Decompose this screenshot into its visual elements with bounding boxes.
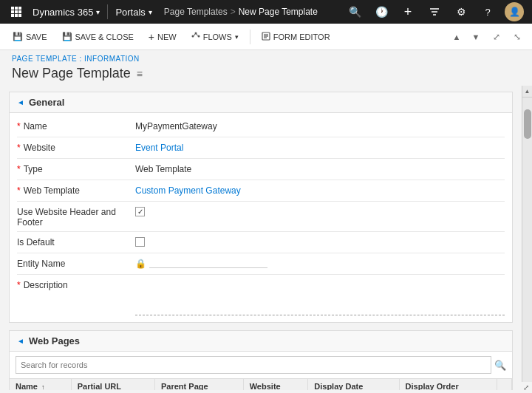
expand-status-icon[interactable]: ⤢ — [523, 383, 529, 392]
waffle-icon[interactable] — [6, 0, 27, 24]
description-field-row: * Description — [10, 275, 512, 319]
form-editor-icon — [262, 32, 270, 42]
lock-icon: 🔒 — [135, 259, 146, 269]
settings-button[interactable]: ⚙ — [449, 0, 473, 24]
general-section-title: General — [29, 97, 64, 108]
collapse-button[interactable]: ⤡ — [508, 28, 526, 46]
general-section: ◄ General * Name MyPaymentGateway * — [9, 92, 513, 323]
label-separator: : — [79, 55, 81, 63]
save-close-icon: 💾 — [62, 32, 72, 41]
avatar[interactable]: 👤 — [502, 0, 526, 24]
description-label: * Description — [17, 278, 135, 290]
flows-button[interactable]: FLOWS ▾ — [185, 27, 245, 47]
breadcrumb-current: New Page Template — [239, 7, 318, 17]
main-content: ◄ General * Name MyPaymentGateway * — [0, 86, 532, 390]
description-required-star: * — [17, 280, 21, 290]
portals-button[interactable]: Portals ▾ — [109, 0, 157, 24]
app-name-button[interactable]: Dynamics 365 ▾ — [27, 0, 106, 24]
svg-rect-6 — [11, 14, 14, 17]
col-display-date[interactable]: Display Date — [308, 379, 399, 390]
search-records-input[interactable] — [16, 356, 491, 374]
breadcrumb-separator: > — [231, 7, 236, 17]
bottom-status-bar: ⤢ — [520, 382, 532, 393]
general-section-header[interactable]: ◄ General — [10, 92, 512, 113]
form-editor-button[interactable]: FORM EDITOR — [255, 27, 337, 47]
search-button[interactable]: 🔍 — [343, 0, 366, 24]
web-pages-section: ◄ Web Pages 🔍 Name ↑ Partial URL — [9, 330, 513, 390]
records-table: Name ↑ Partial URL Parent Page Website — [10, 379, 512, 390]
toolbar: 💾 SAVE 💾 SAVE & CLOSE + NEW FLOWS ▾ FORM… — [0, 24, 532, 50]
nav-arrows: ▲ ▼ — [448, 28, 485, 46]
toolbar-right: ▲ ▼ ⤢ ⤡ — [448, 28, 526, 46]
use-website-header-footer-label: Use Website Header and Footer — [17, 205, 135, 228]
page-title: New Page Template — [12, 66, 131, 81]
nav-divider — [107, 4, 108, 19]
svg-rect-1 — [15, 7, 18, 10]
entity-name-value[interactable]: 🔒 — [135, 257, 505, 269]
general-form-fields: * Name MyPaymentGateway * Website Event … — [10, 113, 512, 322]
website-value[interactable]: Event Portal — [135, 141, 505, 153]
page-title-row: New Page Template ≡ — [12, 63, 520, 86]
filter-button[interactable] — [423, 0, 446, 24]
nav-down-button[interactable]: ▼ — [467, 28, 485, 46]
svg-line-15 — [194, 34, 195, 36]
website-field-row: * Website Event Portal — [10, 137, 512, 158]
col-display-order[interactable]: Display Order — [399, 379, 497, 390]
web-pages-toggle-icon: ◄ — [17, 337, 24, 345]
is-default-field-row: Is Default — [10, 232, 512, 253]
form-area: ◄ General * Name MyPaymentGateway * — [0, 86, 522, 390]
search-records-bar: 🔍 — [10, 352, 512, 379]
col-partial-url[interactable]: Partial URL — [71, 379, 154, 390]
scroll-thumb[interactable] — [524, 109, 531, 139]
svg-rect-7 — [15, 14, 18, 17]
portals-chevron-icon: ▾ — [149, 8, 152, 16]
save-icon: 💾 — [13, 32, 23, 41]
general-toggle-icon: ◄ — [17, 98, 24, 106]
scrollbar[interactable]: ▲ — [522, 86, 532, 390]
entity-name-label: Entity Name — [17, 257, 135, 269]
new-button[interactable]: + NEW — [142, 27, 183, 47]
expand-button[interactable]: ⤢ — [488, 28, 505, 46]
nav-up-button[interactable]: ▲ — [448, 28, 466, 46]
save-close-button[interactable]: 💾 SAVE & CLOSE — [55, 27, 140, 47]
flows-label: FLOWS — [203, 33, 232, 41]
breadcrumb-page-templates[interactable]: Page Templates — [164, 7, 228, 17]
web-pages-header[interactable]: ◄ Web Pages — [10, 331, 512, 352]
app-name-label: Dynamics 365 — [33, 7, 93, 18]
recent-button[interactable]: 🕐 — [369, 0, 393, 24]
col-parent-page[interactable]: Parent Page — [155, 379, 244, 390]
entity-name-dashes — [149, 259, 267, 268]
page-info-header: PAGE TEMPLATE : INFORMATION New Page Tem… — [0, 50, 532, 86]
svg-rect-3 — [11, 10, 14, 13]
is-default-checkbox[interactable] — [135, 237, 145, 247]
use-header-footer-checkbox[interactable] — [135, 207, 145, 216]
use-website-header-footer-row: Use Website Header and Footer — [10, 202, 512, 231]
website-required-star: * — [17, 143, 21, 153]
app-chevron-icon: ▾ — [96, 8, 100, 16]
entity-name-field-row: Entity Name 🔒 — [10, 253, 512, 274]
save-close-label: SAVE & CLOSE — [75, 33, 134, 41]
svg-rect-8 — [18, 14, 21, 17]
col-name[interactable]: Name ↑ — [10, 379, 71, 390]
page-title-menu-icon[interactable]: ≡ — [137, 68, 143, 80]
name-label: * Name — [17, 120, 135, 131]
add-button[interactable]: + — [396, 0, 420, 24]
top-navigation: Dynamics 365 ▾ Portals ▾ Page Templates … — [0, 0, 532, 24]
use-website-header-footer-value — [135, 205, 505, 216]
web-template-required-star: * — [17, 185, 21, 196]
type-value[interactable]: Web Template — [135, 163, 505, 174]
save-button[interactable]: 💾 SAVE — [6, 27, 54, 47]
col-website[interactable]: Website — [243, 379, 308, 390]
form-editor-label: FORM EDITOR — [273, 33, 330, 41]
description-textarea[interactable] — [135, 278, 505, 315]
col-actions — [497, 379, 512, 390]
flows-icon — [191, 32, 200, 42]
svg-rect-4 — [15, 10, 18, 13]
help-button[interactable]: ? — [476, 0, 499, 24]
name-value[interactable]: MyPaymentGateway — [135, 120, 505, 131]
entity-name-row: 🔒 — [135, 259, 505, 269]
svg-line-16 — [197, 34, 198, 36]
svg-point-12 — [191, 35, 194, 37]
search-records-icon[interactable]: 🔍 — [494, 360, 506, 371]
web-template-value[interactable]: Custom Payment Gateway — [135, 184, 505, 196]
